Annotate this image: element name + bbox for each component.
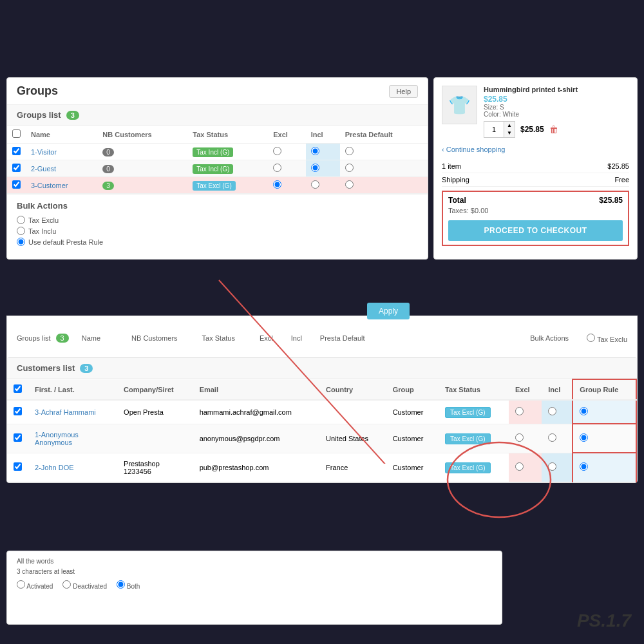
strip-tax-exclu: Tax Exclu [587, 334, 627, 343]
cart-total-box: Total $25.85 Taxes: $0.00 PROCEED TO CHE… [442, 191, 629, 246]
shipping-label: Shipping [442, 176, 469, 184]
deactivated-option[interactable]: Deactivated [62, 580, 107, 590]
excl-radio[interactable] [515, 462, 524, 471]
checkout-button[interactable]: PROCEED TO CHECKOUT [448, 220, 623, 241]
excl-cell [509, 424, 542, 453]
group-rule-cell [573, 424, 636, 453]
presta-radio[interactable] [345, 180, 354, 189]
groups-table: Name NB Customers Tax Status Excl Incl P… [7, 126, 428, 194]
presta-radio[interactable] [345, 164, 354, 172]
customer-checkbox[interactable] [14, 462, 22, 471]
presta-radio[interactable] [345, 147, 354, 155]
incl-radio[interactable] [311, 164, 319, 172]
select-all-checkbox[interactable] [12, 129, 21, 138]
tax-inclu-radio[interactable] [17, 227, 25, 235]
email-cell: anonymous@psgdpr.com [193, 424, 319, 453]
main-container: Groups Help Groups list 3 Name NB Custom… [6, 77, 638, 260]
tax-status-badge: Tax Incl (G) [193, 147, 233, 157]
strip-tax-exclu-radio[interactable] [587, 334, 595, 342]
default-presta-radio[interactable] [17, 238, 25, 246]
tax-status-header: Tax Status [439, 379, 509, 400]
cart-panel: 👕 Hummingbird printed t-shirt $25.85 Siz… [433, 77, 638, 260]
tax-status-header: Tax Status [187, 126, 268, 144]
activated-option[interactable]: Activated [17, 580, 53, 590]
nb-badge: 0 [102, 148, 114, 156]
incl-cell [542, 453, 573, 482]
both-option[interactable]: Both [117, 580, 140, 590]
excl-radio[interactable] [273, 147, 281, 155]
customers-table: First. / Last. Company/Siret Email Count… [7, 379, 637, 482]
tax-excl-badge: Tax Excl (G) [445, 462, 490, 473]
excl-radio[interactable] [273, 164, 281, 172]
strip-incl-col: Incl [291, 334, 302, 342]
continue-shopping-link[interactable]: ‹ Continue shopping [442, 146, 629, 153]
incl-radio[interactable] [548, 433, 556, 442]
group-header: Group [386, 379, 439, 400]
group-name-link[interactable]: 3-Customer [31, 182, 68, 189]
tax-inclu-option[interactable]: Tax Inclu [17, 227, 418, 235]
help-button[interactable]: Help [389, 85, 418, 98]
excl-cell [509, 400, 542, 424]
email-header: Email [193, 379, 319, 400]
strip-count-badge: 3 [56, 334, 69, 343]
tax-exclu-radio[interactable] [17, 216, 25, 224]
activated-radio[interactable] [17, 580, 25, 589]
excl-radio[interactable] [515, 433, 524, 442]
customer-checkbox[interactable] [14, 407, 22, 415]
customers-panel: Customers list 3 First. / Last. Company/… [6, 357, 638, 483]
default-presta-option[interactable]: Use default Presta Rule [17, 238, 418, 246]
bulk-radio-group: Tax Exclu Tax Inclu Use default Presta R… [17, 216, 418, 246]
bulk-actions-title: Bulk Actions [17, 201, 418, 211]
row-checkbox[interactable] [12, 147, 21, 155]
presta-default-header: Presta Default [340, 126, 428, 144]
nb-badge: 3 [102, 182, 114, 190]
customer-row: 1-AnonymousAnonymous anonymous@psgdpr.co… [7, 424, 636, 453]
excl-radio[interactable] [515, 407, 524, 415]
incl-radio[interactable] [311, 147, 319, 155]
product-image: 👕 [442, 86, 477, 124]
customers-count-badge: 3 [80, 364, 93, 373]
group-cell: Customer [386, 400, 439, 424]
cart-product: 👕 Hummingbird printed t-shirt $25.85 Siz… [442, 86, 629, 138]
deactivated-radio[interactable] [62, 580, 71, 589]
item-count-label: 1 item [442, 162, 461, 170]
customer-name-link[interactable]: 1-AnonymousAnonymous [35, 431, 79, 446]
incl-radio[interactable] [311, 180, 319, 189]
incl-radio[interactable] [548, 462, 556, 471]
table-row: 2-Guest 0 Tax Incl (G) [7, 160, 428, 177]
customer-name-link[interactable]: 3-Achraf Hammami [35, 408, 96, 416]
row-checkbox[interactable] [12, 180, 21, 189]
excl-header: Excl [268, 126, 306, 144]
customer-row: 3-Achraf Hammami Open Presta hammami.ach… [7, 400, 636, 424]
group-cell: Customer [386, 453, 439, 482]
strip-excl-col: Excl [260, 334, 273, 342]
customer-name-link[interactable]: 2-John DOE [35, 464, 74, 471]
nb-badge: 0 [102, 165, 114, 173]
customers-select-all[interactable] [14, 384, 22, 393]
tax-status-cell: Tax Excl (G) [439, 400, 509, 424]
both-radio[interactable] [117, 580, 125, 589]
qty-up-button[interactable]: ▲ [504, 122, 515, 129]
tax-exclu-option[interactable]: Tax Exclu [17, 216, 418, 224]
group-name-link[interactable]: 1-Visitor [31, 148, 57, 156]
name-header: Name [26, 126, 97, 144]
group-name-link[interactable]: 2-Guest [31, 165, 56, 173]
group-cell: Customer [386, 424, 439, 453]
excl-radio[interactable] [273, 180, 281, 189]
group-rule-radio[interactable] [580, 462, 588, 471]
quantity-input[interactable] [484, 124, 504, 135]
country-cell [319, 400, 386, 424]
all-words-text: All the words [17, 558, 492, 565]
group-rule-radio[interactable] [580, 407, 588, 415]
product-color: Color: White [484, 111, 629, 118]
strip-presta-col: Presta Default [320, 334, 365, 342]
excl-header: Excl [509, 379, 542, 400]
qty-down-button[interactable]: ▼ [504, 129, 515, 137]
bulk-actions-section: Bulk Actions Tax Exclu Tax Inclu Use def… [7, 194, 428, 259]
customer-checkbox[interactable] [14, 433, 22, 442]
apply-button[interactable]: Apply [367, 303, 410, 319]
group-rule-radio[interactable] [580, 433, 588, 442]
incl-radio[interactable] [548, 407, 556, 415]
row-checkbox[interactable] [12, 164, 21, 172]
remove-item-icon[interactable]: 🗑 [549, 124, 558, 135]
